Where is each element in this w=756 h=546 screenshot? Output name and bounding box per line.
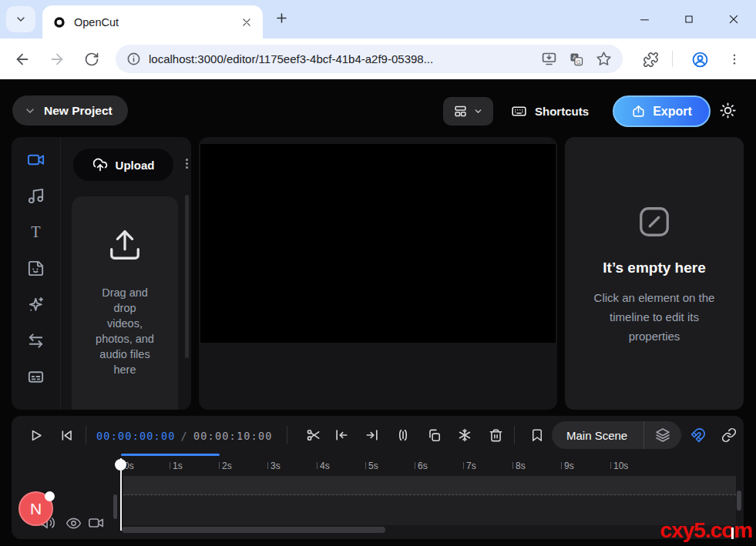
theme-toggle-button[interactable]: [719, 102, 737, 119]
install-app-icon[interactable]: [541, 51, 557, 67]
track-video-button[interactable]: [88, 514, 105, 531]
layers-icon: [644, 427, 681, 443]
media-dropzone[interactable]: Drag and drop videos, photos, and audio …: [72, 196, 178, 410]
captions-icon: [27, 368, 45, 386]
opencut-favicon-icon: [53, 16, 66, 28]
duplicate-button[interactable]: [426, 427, 442, 443]
timeline-play-button[interactable]: [28, 427, 43, 443]
ruler-tick-label: 7s: [466, 461, 476, 471]
toolbar-separator: [514, 426, 515, 444]
skip-to-start-button[interactable]: [59, 427, 74, 443]
sidebar-item-transitions[interactable]: [22, 326, 51, 355]
arrow-to-left-bar-icon: [334, 427, 349, 443]
url-text: localhost:3000/editor/1175eef3-4bcf-41b4…: [149, 52, 529, 65]
upload-button[interactable]: Upload: [73, 149, 173, 181]
preview-panel: ♪: [199, 137, 557, 410]
bookmark-button[interactable]: [529, 427, 545, 443]
timeline-vertical-scrollbar-left[interactable]: [113, 494, 117, 519]
upload-label: Upload: [116, 159, 155, 172]
trim-start-button[interactable]: [334, 427, 349, 443]
sidebar-item-audio[interactable]: [22, 181, 51, 210]
tab-search-button[interactable]: [6, 6, 35, 32]
link-icon: [721, 427, 737, 443]
bookmark-star-icon[interactable]: [596, 51, 612, 67]
sidebar-item-stickers[interactable]: [22, 253, 51, 283]
video-camera-icon: [88, 514, 105, 531]
sparkles-icon: [27, 296, 45, 313]
watermark-text: cxy5.com: [660, 518, 752, 543]
playhead-handle[interactable]: [115, 459, 126, 471]
screen: OpenCut localhost:3000/editor/1175eef3-4…: [0, 0, 756, 546]
delete-button[interactable]: [488, 427, 503, 443]
export-icon: [631, 104, 646, 119]
back-button[interactable]: [13, 50, 32, 69]
project-name-button[interactable]: New Project: [12, 95, 128, 126]
scene-selector-button[interactable]: Main Scene: [552, 421, 681, 449]
layout-selector-button[interactable]: [443, 97, 493, 126]
ruler-tick-label: 6s: [418, 461, 428, 471]
new-tab-button[interactable]: [274, 11, 289, 25]
timeline-horizontal-scrollbar[interactable]: [122, 527, 385, 533]
split-element-button[interactable]: [395, 427, 411, 443]
ruler-tick-label: 10s: [613, 461, 628, 471]
current-time: 00:00:00:00: [96, 430, 176, 442]
arrow-to-right-bar-icon: [365, 427, 380, 443]
slash-square-icon: [637, 204, 672, 240]
empty-state-description: Click an element on the timeline to edit…: [586, 288, 723, 346]
properties-panel: It’s empty here Click an element on the …: [565, 137, 744, 410]
sidebar-item-effects[interactable]: [22, 290, 51, 319]
browser-tab[interactable]: OpenCut: [42, 5, 263, 39]
music-note-icon: [27, 187, 45, 205]
tab-close-icon[interactable]: [241, 17, 252, 28]
shortcuts-label: Shortcuts: [535, 105, 589, 118]
window-maximize-button[interactable]: [677, 8, 701, 30]
svg-text:T: T: [31, 223, 40, 240]
skip-back-icon: [59, 428, 74, 443]
toolbar-separator: [287, 426, 287, 444]
track-visibility-button[interactable]: [65, 514, 82, 531]
export-button[interactable]: Export: [613, 95, 711, 127]
timeline-track-lane[interactable]: [123, 476, 736, 495]
browser-menu-button[interactable]: [725, 50, 744, 69]
minimize-icon: [639, 14, 650, 25]
translate-icon[interactable]: A G: [569, 52, 584, 67]
timeline-timecode: 00:00:00:00/00:00:10:00: [96, 430, 273, 442]
sidebar-item-text[interactable]: T: [22, 217, 51, 246]
panel-resize-handle[interactable]: [186, 159, 188, 169]
video-preview-canvas: [200, 144, 556, 343]
empty-state-title: It’s empty here: [603, 260, 705, 276]
svg-text:G: G: [576, 58, 581, 65]
sidebar-item-captions[interactable]: [22, 362, 51, 391]
arrows-swap-icon: [27, 332, 45, 350]
extensions-button[interactable]: [641, 50, 660, 69]
sidebar-item-media[interactable]: [22, 145, 51, 174]
cloud-upload-icon: [92, 157, 108, 173]
split-brackets-icon: [395, 427, 411, 443]
text-cursor-artifact: [731, 528, 734, 539]
link-elements-button[interactable]: [721, 427, 737, 443]
timeline-vertical-scrollbar-right[interactable]: [737, 491, 741, 511]
url-bar[interactable]: localhost:3000/editor/1175eef3-4bcf-41b4…: [116, 45, 623, 73]
opencut-app: New Project Shortcuts Export: [0, 79, 756, 546]
split-button[interactable]: [306, 427, 321, 443]
browser-titlebar: OpenCut: [0, 0, 756, 39]
snowflake-icon: [457, 427, 472, 443]
profile-button[interactable]: [690, 50, 709, 69]
copy-icon: [427, 428, 442, 443]
forward-button[interactable]: [48, 50, 66, 69]
media-panel-scrollbar[interactable]: [185, 195, 189, 358]
upload-tray-icon: [107, 227, 143, 263]
window-close-button[interactable]: [722, 8, 745, 30]
dropzone-text: Drag and drop videos, photos, and audio …: [95, 285, 155, 377]
trim-end-button[interactable]: [365, 427, 380, 443]
snapping-toggle-button[interactable]: [690, 427, 706, 443]
freeze-button[interactable]: [457, 427, 472, 443]
eye-icon: [66, 515, 82, 531]
scissors-icon: [306, 427, 321, 443]
shortcuts-button[interactable]: Shortcuts: [511, 97, 589, 126]
layout-panels-icon: [453, 104, 468, 119]
reload-button[interactable]: [82, 50, 101, 69]
window-minimize-button[interactable]: [633, 8, 656, 30]
export-label: Export: [653, 105, 692, 119]
close-icon: [727, 13, 740, 25]
